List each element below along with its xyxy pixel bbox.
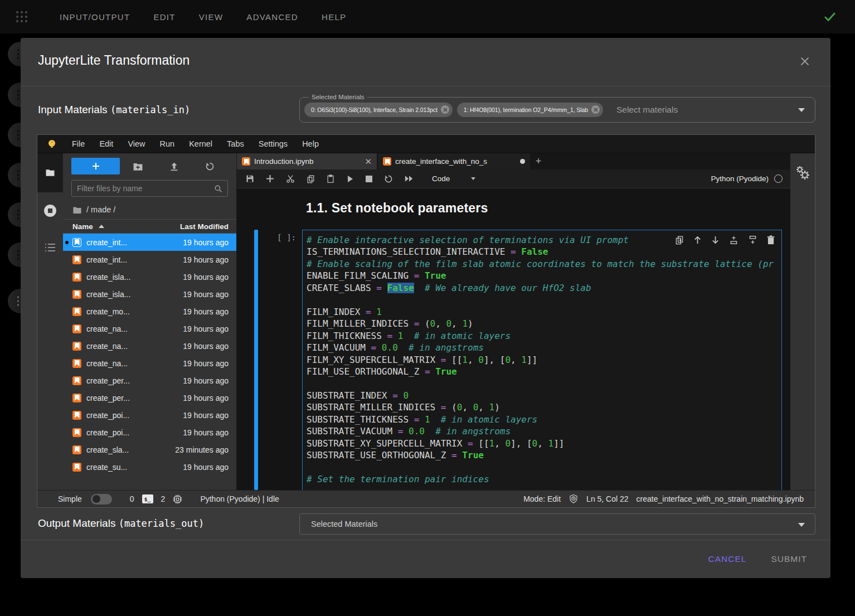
jupyter-menu-file[interactable]: File [65, 139, 92, 148]
column-last-modified[interactable]: Last Modified [180, 222, 229, 231]
notebook-file-icon [72, 428, 81, 437]
jupyter-menu-run[interactable]: Run [153, 139, 182, 148]
insert-cell-below-icon[interactable] [748, 235, 757, 245]
bulb-icon[interactable] [47, 139, 57, 149]
remove-chip-icon[interactable] [591, 105, 600, 114]
close-icon[interactable] [798, 55, 812, 68]
file-modified-time: 19 hours ago [183, 324, 229, 333]
chevron-down-icon [798, 523, 805, 527]
running-kernels-tab[interactable] [37, 192, 63, 229]
notebook-file-icon [72, 307, 81, 316]
file-row[interactable]: create_su...19 hours ago [63, 458, 236, 476]
insert-cell-above-icon[interactable] [729, 235, 739, 245]
file-browser-tab[interactable] [37, 153, 63, 192]
output-materials-select[interactable]: Selected Materials [299, 513, 815, 535]
copy-icon[interactable] [307, 174, 315, 183]
file-modified-time: 19 hours ago [183, 290, 229, 299]
file-row[interactable]: create_per...19 hours ago [63, 372, 236, 389]
save-icon[interactable] [246, 174, 254, 183]
file-row[interactable]: create_poi...19 hours ago [63, 424, 236, 441]
jupyter-menu-kernel[interactable]: Kernel [182, 139, 220, 148]
tab-create-interface[interactable]: create_interface_with_no_s [378, 153, 530, 169]
file-row[interactable]: create_mo...19 hours ago [63, 303, 236, 320]
code-cell-editor[interactable]: # Enable interactive selection of termin… [302, 230, 782, 490]
jupyter-menu-view[interactable]: View [120, 139, 152, 148]
app-menu-input-output[interactable]: INPUT/OUTPUT [48, 12, 142, 22]
add-cell-icon[interactable] [266, 174, 274, 183]
settings-gears-icon[interactable] [795, 166, 810, 490]
code-line: # Enable scaling of the film slab atomic… [307, 258, 781, 270]
file-row[interactable]: create_isla...19 hours ago [63, 268, 236, 285]
breadcrumb[interactable]: / made / [63, 200, 236, 219]
paste-icon[interactable] [327, 174, 334, 183]
output-materials-label: Output Materials (materials_out) [38, 517, 204, 530]
table-of-contents-tab[interactable] [37, 229, 63, 266]
run-icon[interactable] [346, 175, 354, 183]
file-row[interactable]: create_sla...23 minutes ago [63, 441, 236, 458]
stop-icon[interactable] [366, 176, 372, 182]
jupyter-menu-settings[interactable]: Settings [251, 139, 295, 148]
jupyter-menu-tabs[interactable]: Tabs [220, 139, 251, 148]
trust-shield-icon[interactable] [569, 494, 579, 504]
cut-icon[interactable] [286, 174, 295, 183]
file-row[interactable]: create_int...19 hours ago [63, 234, 236, 251]
filter-files-input[interactable] [77, 184, 214, 193]
column-name[interactable]: Name [72, 222, 104, 231]
file-row[interactable]: create_na...19 hours ago [63, 320, 236, 337]
notebook-file-icon [72, 463, 81, 472]
delete-cell-icon[interactable] [767, 235, 775, 245]
jupyter-activity-bar [37, 153, 63, 490]
kernel-status-text[interactable]: Python (Pyodide) | Idle [200, 494, 279, 503]
terminal-icon[interactable]: $_ [142, 494, 153, 503]
move-cell-up-icon[interactable] [693, 235, 702, 245]
chevron-down-icon[interactable] [798, 108, 805, 112]
cell-collapser[interactable] [254, 230, 258, 490]
sort-ascending-icon [99, 225, 104, 228]
file-row[interactable]: create_per...19 hours ago [63, 389, 236, 406]
remove-chip-icon[interactable] [441, 105, 449, 114]
app-menu-advanced[interactable]: ADVANCED [235, 12, 310, 22]
kernel-selector[interactable]: Python (Pyodide) [711, 174, 783, 183]
material-chip[interactable]: 1: Hf4O8(001), termination O2_P4/mmm_1, … [457, 103, 603, 117]
close-tab-icon[interactable]: ✕ [365, 157, 372, 167]
jupyter-menu-edit[interactable]: Edit [92, 139, 120, 148]
submit-button[interactable]: SUBMIT [771, 554, 807, 564]
refresh-icon[interactable] [192, 162, 228, 171]
jupyter-menu-help[interactable]: Help [295, 139, 326, 148]
notebook-content[interactable]: 1.1. Set notebook parameters [ ]: # Enab… [237, 188, 790, 490]
new-launcher-button[interactable] [71, 158, 120, 174]
simple-mode-toggle[interactable] [91, 494, 112, 505]
app-menu-view[interactable]: VIEW [187, 12, 235, 22]
selected-materials-field[interactable]: Selected Materials 0: O6Si3(100)-Si8(100… [299, 94, 815, 123]
app-menu-help[interactable]: HELP [310, 12, 358, 22]
code-line: SUBSTRATE_INDEX = 0 [307, 390, 781, 401]
upload-icon[interactable] [156, 162, 192, 171]
file-name: create_na... [86, 324, 128, 333]
tab-introduction-ipynb[interactable]: Introduction.ipynb ✕ [237, 153, 378, 169]
file-row[interactable]: create_na...19 hours ago [63, 337, 236, 355]
material-chip-label: 0: O6Si3(100)-Si8(100), Interface, Strai… [311, 106, 438, 113]
cancel-button[interactable]: CANCEL [708, 554, 747, 564]
app-menu-edit[interactable]: EDIT [142, 12, 187, 22]
cpu-chip-icon[interactable] [173, 494, 182, 504]
move-cell-down-icon[interactable] [711, 235, 720, 245]
code-line: SUBSTRATE_THICKNESS = 1 # in atomic laye… [307, 414, 781, 425]
mode-indicator[interactable]: Mode: Edit [523, 494, 561, 503]
code-line: CREATE_SLABS = False # We already have o… [307, 282, 781, 294]
file-row[interactable]: create_isla...19 hours ago [63, 285, 236, 303]
app-logo-dots-icon[interactable] [14, 9, 29, 24]
file-row[interactable]: create_int...19 hours ago [63, 251, 236, 268]
duplicate-cell-icon[interactable] [675, 235, 684, 245]
output-materials-row: Output Materials (materials_out) Selecte… [38, 513, 815, 535]
cell-type-select[interactable]: Code [432, 174, 475, 183]
notebook-file-icon [72, 255, 81, 264]
cursor-position[interactable]: Ln 5, Col 22 [586, 494, 629, 503]
restart-kernel-icon[interactable] [384, 174, 393, 183]
file-row[interactable]: create_na...19 hours ago [63, 355, 236, 372]
restart-run-all-icon[interactable] [405, 175, 414, 182]
new-tab-button[interactable]: + [530, 153, 547, 169]
new-folder-icon[interactable] [120, 162, 156, 171]
file-row[interactable]: create_poi...19 hours ago [63, 406, 236, 424]
code-line: FILM_INDEX = 1 [307, 306, 781, 318]
material-chip[interactable]: 0: O6Si3(100)-Si8(100), Interface, Strai… [304, 103, 453, 117]
